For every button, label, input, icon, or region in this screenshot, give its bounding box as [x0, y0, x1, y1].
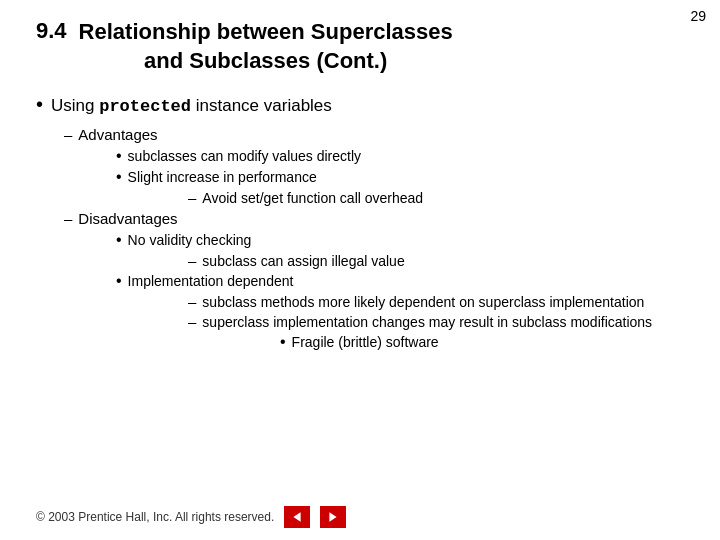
disadv-item-1: • No validity checking [116, 231, 684, 249]
copyright-text: © 2003 Prentice Hall, Inc. All rights re… [36, 510, 274, 524]
svg-marker-1 [330, 512, 337, 522]
disadv-sub-bullet: • Fragile (brittle) software [280, 333, 684, 351]
adv-item-1: • subclasses can modify values directly [116, 147, 684, 165]
disadv-item-2: • Implementation dependent [116, 272, 684, 290]
adv-sub-1: – Avoid set/get function call overhead [188, 189, 684, 206]
advantages-header: – Advantages [64, 126, 684, 143]
disadv-sub-1: – subclass can assign illegal value [188, 252, 684, 269]
main-bullet-dot: • [36, 93, 43, 116]
svg-marker-0 [294, 512, 301, 522]
section-title: Relationship between Superclasses and Su… [79, 18, 453, 75]
prev-button[interactable] [284, 506, 310, 528]
main-bullet-text: Using protected instance variables [51, 96, 332, 116]
next-button[interactable] [320, 506, 346, 528]
section-number: 9.4 [36, 18, 67, 44]
page-number: 29 [690, 8, 706, 24]
disadv-sub-2a: – subclass methods more likely dependent… [188, 293, 684, 310]
disadv-sub-2b: – superclass implementation changes may … [188, 313, 684, 330]
adv-item-2: • Slight increase in performance [116, 168, 684, 186]
disadvantages-header: – Disadvantages [64, 210, 684, 227]
footer: © 2003 Prentice Hall, Inc. All rights re… [36, 506, 346, 528]
